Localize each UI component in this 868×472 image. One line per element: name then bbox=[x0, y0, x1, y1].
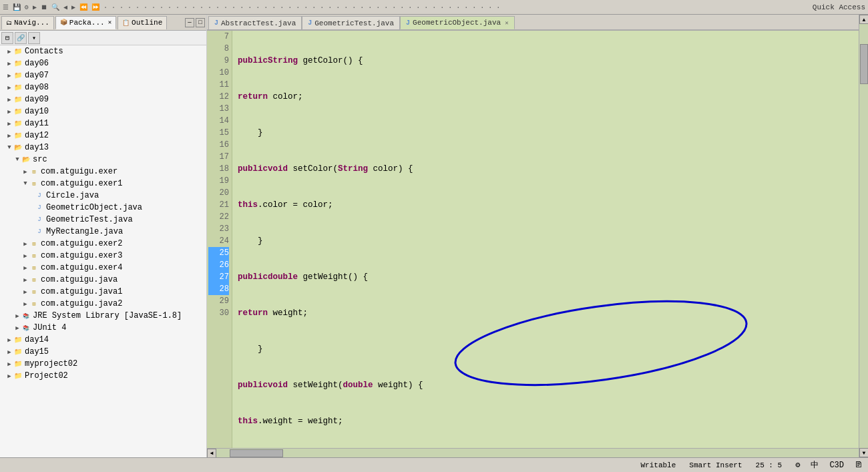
status-bar-icons: ⚙ 中 C3D 🖹 bbox=[795, 459, 863, 471]
code-line-15: } bbox=[238, 343, 863, 355]
tree-item-day13[interactable]: ▼ 📂 day13 bbox=[0, 142, 206, 154]
tree-item-java2[interactable]: ▶ ⊞ com.atguigu.java2 bbox=[0, 298, 206, 310]
tree-item-geometrictest[interactable]: J GeometricTest.java bbox=[0, 214, 206, 226]
tree-label-day09: day09 bbox=[25, 95, 49, 104]
folder-icon-day06: 📁 bbox=[13, 59, 23, 68]
java-icon-geometricobject: J bbox=[35, 203, 44, 212]
scroll-down-btn[interactable]: ▼ bbox=[859, 448, 868, 457]
main-layout: 🗂 Navig... 📦 Packa... ✕ 📋 Outline — □ ⊟ … bbox=[0, 15, 868, 457]
tree-label-contacts: Contacts bbox=[25, 47, 63, 56]
scroll-thumb[interactable] bbox=[860, 44, 868, 84]
tree-item-src[interactable]: ▼ 📂 src bbox=[0, 154, 206, 166]
h-scroll-track[interactable] bbox=[216, 449, 859, 458]
java-icon-geomobj: J bbox=[406, 19, 410, 27]
vertical-scrollbar[interactable]: ▲ ▼ bbox=[859, 15, 868, 457]
tab-package-explorer[interactable]: 📦 Packa... ✕ bbox=[55, 16, 116, 29]
line-num-29: 29 bbox=[208, 295, 229, 307]
tree-item-exer[interactable]: ▶ ⊞ com.atguigu.exer bbox=[0, 166, 206, 178]
tree-item-day06[interactable]: ▶ 📁 day06 bbox=[0, 57, 206, 69]
tree-item-day11[interactable]: ▶ 📁 day11 bbox=[0, 117, 206, 130]
code-line-8: return color; bbox=[238, 91, 863, 103]
collapse-all-btn[interactable]: ⊟ bbox=[1, 32, 13, 44]
line-num-7: 7 bbox=[208, 31, 229, 43]
tree-item-jre[interactable]: ▶ 📚 JRE System Library [JavaSE-1.8] bbox=[0, 310, 206, 322]
quick-access-label: Quick Access bbox=[813, 3, 865, 11]
tree-label-exer4: com.atguigu.exer4 bbox=[41, 263, 122, 272]
code-lines[interactable]: public String getColor() { return color;… bbox=[232, 31, 868, 448]
tree-item-day15[interactable]: ▶ 📁 day15 bbox=[0, 346, 206, 358]
tree-item-contacts[interactable]: ▶ 📁 Contacts bbox=[0, 45, 206, 57]
status-icon-2: 中 bbox=[811, 459, 819, 471]
tree-item-day14[interactable]: ▶ 📁 day14 bbox=[0, 334, 206, 346]
folder-icon-day13: 📂 bbox=[13, 143, 23, 152]
tree-item-java1[interactable]: ▶ ⊞ com.atguigu.java1 bbox=[0, 286, 206, 298]
tree-item-day08[interactable]: ▶ 📁 day08 bbox=[0, 81, 206, 93]
tree-item-exer2[interactable]: ▶ ⊞ com.atguigu.exer2 bbox=[0, 238, 206, 250]
line-num-14: 14 bbox=[208, 115, 229, 127]
tree-label-exer3: com.atguigu.exer3 bbox=[41, 251, 122, 260]
code-content: 7 8 9 10 11 12 13 14 15 16 17 18 19 20 bbox=[207, 31, 868, 448]
tree-item-java[interactable]: ▶ ⊞ com.atguigu.java bbox=[0, 274, 206, 286]
writable-status: Writable bbox=[641, 461, 676, 469]
horizontal-scrollbar[interactable]: ◀ ▶ bbox=[207, 448, 868, 457]
scroll-up-btn[interactable]: ▲ bbox=[859, 15, 868, 24]
tree-item-day07[interactable]: ▶ 📁 day07 bbox=[0, 69, 206, 81]
tab-abstract-label: AbstractTest.java bbox=[221, 19, 296, 27]
tab-geometric-test[interactable]: J GeometricTest.java bbox=[302, 16, 400, 29]
line-numbers: 7 8 9 10 11 12 13 14 15 16 17 18 19 20 bbox=[207, 31, 232, 448]
tree-item-exer1[interactable]: ▼ ⊞ com.atguigu.exer1 bbox=[0, 178, 206, 190]
status-bar: Writable Smart Insert 25 : 5 ⚙ 中 C3D 🖹 bbox=[0, 457, 868, 472]
code-editor[interactable]: 7 8 9 10 11 12 13 14 15 16 17 18 19 20 bbox=[207, 31, 868, 448]
minimize-left-btn[interactable]: — bbox=[185, 18, 194, 27]
tab-navigator[interactable]: 🗂 Navig... bbox=[1, 16, 54, 29]
maximize-left-btn[interactable]: □ bbox=[196, 18, 205, 27]
package-icon-java: ⊞ bbox=[29, 275, 39, 284]
tree-item-day12[interactable]: ▶ 📁 day12 bbox=[0, 130, 206, 142]
line-num-16: 16 bbox=[208, 139, 229, 151]
tab-outline[interactable]: 📋 Outline bbox=[118, 16, 167, 29]
link-editor-btn[interactable]: 🔗 bbox=[15, 32, 27, 44]
close-geometric-object-tab[interactable]: ✕ bbox=[505, 19, 508, 27]
tree-label-src: src bbox=[33, 155, 47, 164]
tree-item-junit[interactable]: ▶ 📚 JUnit 4 bbox=[0, 322, 206, 334]
line-num-24: 24 bbox=[208, 235, 229, 247]
outline-icon: 📋 bbox=[122, 19, 130, 27]
code-line-9: } bbox=[238, 127, 863, 139]
tree-item-myrectangle[interactable]: J MyRectangle.java bbox=[0, 226, 206, 238]
java-icon-abstract: J bbox=[214, 19, 218, 27]
tree-item-exer4[interactable]: ▶ ⊞ com.atguigu.exer4 bbox=[0, 262, 206, 274]
left-panel-toolbar: ⊟ 🔗 ▾ bbox=[0, 31, 206, 45]
tree-item-myproject02[interactable]: ▶ 📁 myproject02 bbox=[0, 358, 206, 370]
tree-item-project02[interactable]: ▶ 📁 Project02 bbox=[0, 370, 206, 382]
h-scroll-left-btn[interactable]: ◀ bbox=[207, 449, 216, 458]
close-tab-icon[interactable]: ✕ bbox=[108, 19, 112, 26]
code-line-7: public String getColor() { bbox=[238, 55, 863, 67]
view-menu-btn[interactable]: ▾ bbox=[28, 32, 40, 44]
smart-insert-status: Smart Insert bbox=[689, 461, 742, 469]
tree-item-day09[interactable]: ▶ 📁 day09 bbox=[0, 93, 206, 105]
line-num-18: 18 bbox=[208, 163, 229, 175]
scroll-track[interactable] bbox=[859, 24, 868, 448]
tree-item-geometricobject[interactable]: J GeometricObject.java bbox=[0, 202, 206, 214]
tab-abstract-test[interactable]: J AbstractTest.java bbox=[208, 16, 302, 29]
line-num-12: 12 bbox=[208, 91, 229, 103]
package-icon-exer4: ⊞ bbox=[29, 263, 39, 272]
tree-label-java: com.atguigu.java bbox=[41, 275, 118, 284]
toolbar: ☰ 💾 ⚙ ▶ ⏹ 🔍 ◀ ▶ ⏪ ⏩ · · · · · · · · · · … bbox=[0, 0, 868, 15]
h-scroll-thumb[interactable] bbox=[230, 449, 283, 457]
tab-outline-label: Outline bbox=[132, 19, 162, 27]
status-icon-1: ⚙ bbox=[795, 460, 800, 470]
package-explorer-tree: ▶ 📁 Contacts ▶ 📁 day06 ▶ 📁 day07 ▶ 📁 da bbox=[0, 45, 206, 457]
tree-item-circle[interactable]: J Circle.java bbox=[0, 190, 206, 202]
folder-icon-day11: 📁 bbox=[13, 119, 23, 128]
line-num-8: 8 bbox=[208, 43, 229, 55]
code-line-11: this.color = color; bbox=[238, 199, 863, 211]
tree-item-exer3[interactable]: ▶ ⊞ com.atguigu.exer3 bbox=[0, 250, 206, 262]
tab-geometric-object[interactable]: J GeometricObject.java ✕ bbox=[400, 16, 514, 29]
tree-item-day10[interactable]: ▶ 📁 day10 bbox=[0, 105, 206, 117]
tab-navigator-label: Navig... bbox=[14, 19, 49, 27]
line-num-28: 28 bbox=[208, 283, 229, 295]
lib-icon-junit: 📚 bbox=[21, 323, 31, 332]
tree-label-day10: day10 bbox=[25, 107, 49, 116]
folder-icon-project02: 📁 bbox=[13, 371, 23, 381]
